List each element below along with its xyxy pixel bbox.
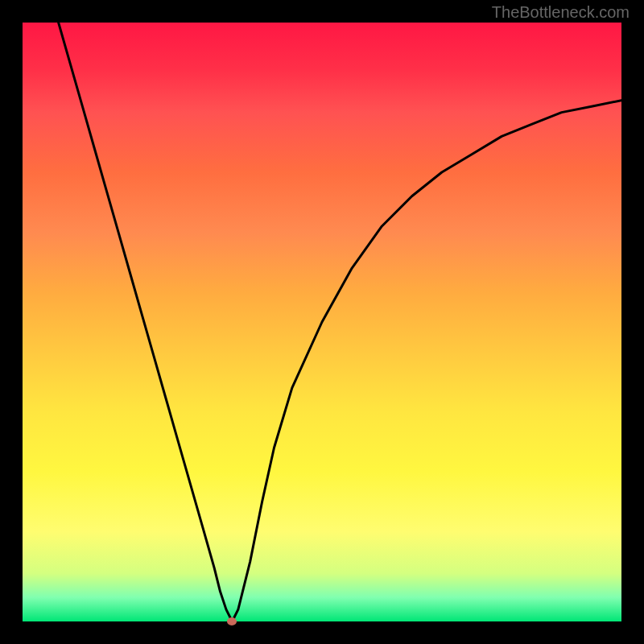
bottleneck-curve xyxy=(23,23,621,621)
minimum-marker xyxy=(227,617,237,625)
plot-area xyxy=(23,23,621,621)
watermark: TheBottleneck.com xyxy=(492,3,630,22)
